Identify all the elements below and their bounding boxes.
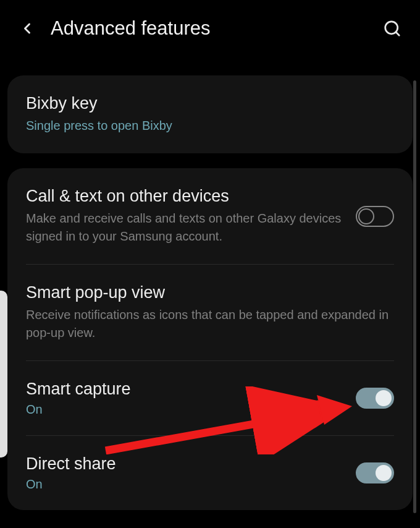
directshare-status: On <box>26 477 343 492</box>
popup-subtitle: Receive notifications as icons that can … <box>26 306 394 342</box>
side-grab-handle[interactable] <box>0 291 7 458</box>
item-call-text[interactable]: Call & text on other devices Make and re… <box>26 168 394 264</box>
header: Advanced features <box>0 0 420 57</box>
content-area: Bixby key Single press to open Bixby Cal… <box>0 75 420 510</box>
item-direct-share[interactable]: Direct share On <box>26 435 394 510</box>
back-icon[interactable] <box>19 20 36 37</box>
item-bixby-key[interactable]: Bixby key Single press to open Bixby <box>26 75 394 153</box>
card-bixby: Bixby key Single press to open Bixby <box>7 75 413 153</box>
item-smart-popup[interactable]: Smart pop-up view Receive notifications … <box>26 264 394 360</box>
scrollbar[interactable] <box>413 80 416 513</box>
calltext-title: Call & text on other devices <box>26 187 343 206</box>
toggle-smart-capture[interactable] <box>356 388 394 409</box>
capture-status: On <box>26 402 343 417</box>
calltext-subtitle: Make and receive calls and texts on othe… <box>26 210 343 245</box>
page-title: Advanced features <box>51 17 368 40</box>
bixby-title: Bixby key <box>26 94 394 113</box>
directshare-title: Direct share <box>26 454 343 474</box>
toggle-direct-share[interactable] <box>356 462 394 483</box>
card-main: Call & text on other devices Make and re… <box>7 168 413 510</box>
capture-title: Smart capture <box>26 380 343 399</box>
toggle-call-text[interactable] <box>356 206 394 227</box>
search-icon[interactable] <box>383 19 401 38</box>
bixby-subtitle: Single press to open Bixby <box>26 117 394 135</box>
popup-title: Smart pop-up view <box>26 283 394 302</box>
item-smart-capture[interactable]: Smart capture On <box>26 360 394 435</box>
svg-line-1 <box>396 32 399 35</box>
